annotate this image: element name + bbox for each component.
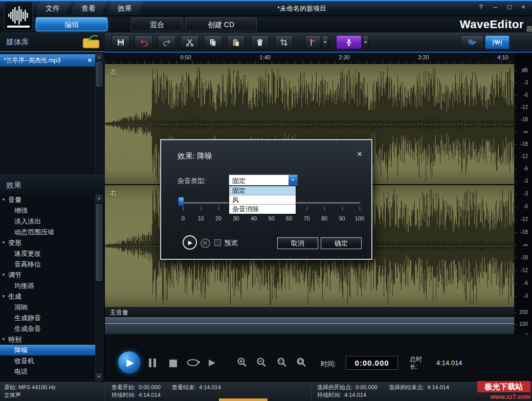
delete-button[interactable] [251, 35, 269, 49]
menu-item[interactable]: 查看 [71, 1, 106, 15]
zoom-out-button[interactable] [256, 357, 269, 369]
noise-type-value: 固定 [232, 176, 246, 186]
scroll-up-icon[interactable]: ▲ [96, 195, 102, 202]
slider-tick-mark [183, 207, 184, 210]
effects-tree-item[interactable]: 生成静音 [0, 313, 95, 323]
menu-item[interactable]: 文件 [35, 1, 71, 15]
zoom-in-button[interactable] [237, 357, 249, 369]
collapse-arrow-icon[interactable]: ▼ [2, 270, 6, 280]
scroll-down-icon[interactable]: ▼ [96, 373, 102, 381]
menu-item[interactable]: 效果 [106, 1, 143, 15]
effects-tree-item[interactable]: 生成杂音 [0, 323, 95, 334]
zoom-selection-button[interactable] [277, 357, 289, 369]
app-logo [4, 2, 33, 31]
volume-envelope-line[interactable] [105, 323, 514, 324]
dialog-close-button[interactable]: × [354, 149, 365, 160]
save-button[interactable] [112, 35, 130, 49]
effects-tree-item[interactable]: 电话 [0, 366, 95, 377]
effects-tree-label: 生成 [8, 293, 21, 300]
slider-thumb[interactable] [178, 197, 184, 206]
collapse-arrow-icon[interactable]: ▼ [2, 291, 6, 302]
stop-button[interactable] [169, 360, 177, 367]
file-close-icon[interactable]: × [87, 54, 92, 66]
maximize-button[interactable]: □ [503, 2, 516, 12]
media-scrollbar[interactable]: ▲ ▼ [95, 53, 103, 194]
effects-title: 效果 [6, 181, 21, 190]
effects-tree-item[interactable]: 增强 [0, 205, 95, 216]
record-button[interactable] [336, 35, 362, 49]
zoom-full-button[interactable] [296, 357, 308, 369]
effects-tree-label: 混响 [14, 303, 28, 311]
effects-tree-item[interactable]: 降噪 [0, 345, 95, 355]
copy-button[interactable] [204, 35, 222, 49]
crop-button[interactable] [275, 35, 293, 49]
redo-button[interactable] [158, 35, 176, 49]
copy-icon [209, 38, 217, 47]
mode-tab[interactable]: 编辑 [36, 17, 107, 31]
cut-button[interactable] [181, 35, 199, 49]
slider-tick-label: 20 [211, 215, 226, 221]
db-tick-mark [515, 71, 517, 71]
slider-tick-label: 60 [281, 215, 297, 221]
collapse-arrow-icon[interactable]: ▼ [2, 194, 6, 205]
noise-type-dropdown[interactable]: 固定 ▼ [229, 174, 298, 186]
scrollbar-thumb[interactable] [96, 204, 102, 281]
master-volume-track[interactable] [105, 317, 514, 335]
view-duration-line: 持续时间:4:14.014 [112, 391, 164, 399]
play-selection-button[interactable]: ▶ [209, 357, 215, 368]
effects-tree-item[interactable]: 音高移位 [0, 259, 95, 270]
effects-tree-item[interactable]: 均衡器 [0, 280, 95, 291]
mode-tab[interactable]: 混合 [131, 17, 183, 31]
loop-button[interactable] [186, 358, 201, 369]
play-button[interactable]: ▶ [117, 350, 141, 374]
preview-checkbox[interactable] [214, 239, 221, 246]
minimize-button[interactable]: – [489, 2, 501, 12]
collapse-arrow-icon[interactable]: ▼ [2, 334, 6, 345]
effects-tree-item[interactable]: 收音机 [0, 355, 95, 366]
effects-tree-item[interactable]: ▼调节 [0, 270, 95, 280]
effects-tree-item[interactable]: 淡入淡出 [0, 216, 95, 227]
undo-button[interactable] [135, 35, 153, 49]
zoom-selection-icon [277, 357, 287, 367]
preview-stop-button[interactable] [201, 238, 210, 248]
close-button[interactable]: × [517, 2, 529, 12]
time-label: 时间: [321, 360, 336, 369]
wave-zoom-fit-button[interactable] [485, 35, 509, 49]
dropdown-option[interactable]: 固定 [229, 186, 296, 195]
effects-tree-item[interactable]: ▼变形 [0, 237, 95, 248]
record-menu-button[interactable]: ▼ [362, 35, 369, 49]
ruler[interactable]: 0:501:402:303:204:10 [105, 53, 514, 64]
dropdown-option[interactable]: 杂音消除 [229, 205, 296, 214]
dropdown-option[interactable]: 风 [229, 195, 296, 205]
effects-tree-item[interactable]: 速度更改 [0, 248, 95, 259]
preview-play-button[interactable]: ▶ [183, 235, 197, 250]
format-info: 原始: MP3 44100 Hz [4, 384, 56, 391]
effects-tree-item[interactable]: 混响 [0, 302, 95, 313]
noise-type-options: 固定风杂音消除 [229, 186, 296, 214]
paste-button[interactable] [227, 35, 245, 49]
help-button[interactable]: ? [475, 2, 487, 12]
scroll-up-icon[interactable]: ▲ [96, 54, 102, 61]
time-display[interactable]: 0:00.000 [346, 356, 398, 370]
effects-scrollbar[interactable]: ▲ ▼ [95, 194, 103, 381]
cancel-button[interactable]: 取消 [277, 237, 318, 249]
db-tick-mark [515, 194, 517, 194]
ok-button[interactable]: 确定 [321, 237, 362, 249]
db-tick-mark [515, 207, 517, 207]
view-end-value: 4:14.014 [199, 384, 221, 390]
marker-button[interactable] [305, 35, 321, 49]
effects-tree-item[interactable]: ▼特别 [0, 334, 95, 345]
collapse-arrow-icon[interactable]: ▼ [2, 237, 6, 248]
dropdown-arrow-icon[interactable]: ▼ [289, 175, 297, 185]
mode-tab[interactable]: 创建 CD [185, 17, 257, 31]
wave-view-button[interactable] [460, 35, 484, 49]
effects-tree-item[interactable]: ▼生成 [0, 291, 95, 302]
effects-tree-item[interactable]: ▼音量 [0, 194, 95, 205]
scrollbar-thumb[interactable] [96, 62, 102, 86]
pause-button[interactable] [149, 359, 156, 367]
db-tick-mark [515, 95, 517, 96]
media-file-item[interactable]: *兰亭序--周杰伦.mp3× [0, 54, 95, 66]
open-file-button[interactable] [81, 35, 101, 50]
effects-tree-item[interactable]: 动态范围压缩 [0, 227, 95, 237]
marker-menu-button[interactable]: ▼ [322, 35, 328, 49]
